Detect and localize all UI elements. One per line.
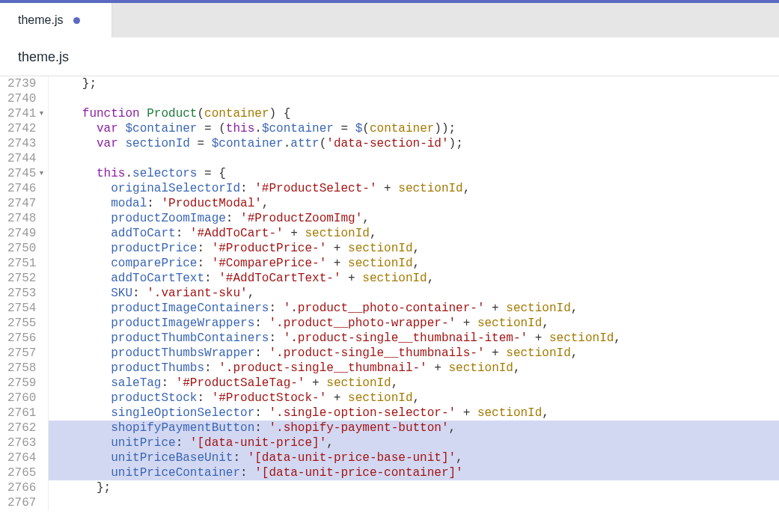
line-number: 2752 [7, 271, 45, 286]
line-number: 2756 [7, 331, 45, 346]
code-line[interactable]: comparePrice: '#ComparePrice-' + section… [49, 256, 779, 271]
line-number: 2758 [7, 361, 45, 376]
line-number-gutter: 273927402741▼2742274327442745▼2746274727… [0, 76, 49, 510]
code-content[interactable]: }; function Product(container) { var $co… [49, 76, 779, 510]
fold-marker-icon[interactable]: ▼ [37, 106, 45, 121]
code-line[interactable]: shopifyPaymentButton: '.shopify-payment-… [49, 421, 779, 435]
line-number: 2764 [7, 450, 45, 465]
code-line[interactable]: productThumbs: '.product-single__thumbna… [49, 361, 779, 376]
line-number: 2742 [7, 121, 45, 136]
line-number: 2750 [7, 241, 45, 256]
line-number: 2767 [7, 495, 45, 510]
code-line[interactable]: productImageWrappers: '.product__photo-w… [49, 316, 779, 331]
tab-bar: theme.js [0, 3, 779, 37]
file-path-bar: theme.js [0, 37, 779, 76]
line-number: 2754 [7, 301, 45, 316]
line-number: 2757 [7, 346, 45, 361]
line-number: 2746 [7, 181, 45, 196]
fold-marker-icon[interactable]: ▼ [37, 166, 45, 181]
line-number: 2755 [7, 316, 45, 331]
code-line[interactable]: unitPriceBaseUnit: '[data-unit-price-bas… [49, 450, 779, 465]
tab-label: theme.js [18, 13, 63, 27]
line-number: 2739 [7, 76, 45, 91]
code-line[interactable]: productStock: '#ProductStock-' + section… [49, 391, 779, 406]
code-line[interactable]: this.selectors = { [49, 166, 779, 181]
line-number: 2763 [7, 435, 45, 450]
code-editor[interactable]: 273927402741▼2742274327442745▼2746274727… [0, 76, 779, 510]
code-line[interactable]: productThumbsWrapper: '.product-single__… [49, 346, 779, 361]
code-line[interactable]: saleTag: '#ProductSaleTag-' + sectionId, [49, 376, 779, 391]
code-line[interactable]: unitPrice: '[data-unit-price]', [49, 435, 779, 450]
code-line[interactable]: productThumbContainers: '.product-single… [49, 331, 779, 346]
line-number: 2760 [7, 391, 45, 406]
line-number: 2761 [7, 406, 45, 421]
code-line[interactable]: SKU: '.variant-sku', [49, 286, 779, 301]
code-line[interactable]: originalSelectorId: '#ProductSelect-' + … [49, 181, 779, 196]
line-number: 2766 [7, 480, 45, 495]
code-line[interactable]: var $container = (this.$container = $(co… [49, 121, 779, 136]
tab-theme-js[interactable]: theme.js [0, 3, 112, 37]
line-number: 2745▼ [7, 166, 45, 181]
code-line[interactable]: unitPriceContainer: '[data-unit-price-co… [49, 465, 779, 480]
line-number: 2765 [7, 465, 45, 480]
line-number: 2751 [7, 256, 45, 271]
code-line[interactable]: addToCartText: '#AddToCartText-' + secti… [49, 271, 779, 286]
code-line[interactable]: }; [49, 76, 779, 91]
file-path-text: theme.js [18, 49, 69, 64]
code-line[interactable] [49, 151, 779, 166]
line-number: 2743 [7, 136, 45, 151]
code-line[interactable] [49, 91, 779, 106]
line-number: 2748 [7, 211, 45, 226]
line-number: 2759 [7, 376, 45, 391]
code-line[interactable]: modal: 'ProductModal', [49, 196, 779, 211]
line-number: 2740 [7, 91, 45, 106]
code-line[interactable]: }; [49, 480, 779, 495]
code-line[interactable]: addToCart: '#AddToCart-' + sectionId, [49, 226, 779, 241]
code-line[interactable]: function Product(container) { [49, 106, 779, 121]
line-number: 2762 [7, 421, 45, 435]
code-line[interactable] [49, 495, 779, 510]
code-line[interactable]: singleOptionSelector: '.single-option-se… [49, 406, 779, 421]
code-line[interactable]: productZoomImage: '#ProductZoomImg', [49, 211, 779, 226]
line-number: 2747 [7, 196, 45, 211]
line-number: 2741▼ [7, 106, 45, 121]
line-number: 2753 [7, 286, 45, 301]
unsaved-dot-icon [73, 17, 80, 24]
code-line[interactable]: productPrice: '#ProductPrice-' + section… [49, 241, 779, 256]
code-line[interactable]: var sectionId = $container.attr('data-se… [49, 136, 779, 151]
line-number: 2749 [7, 226, 45, 241]
code-line[interactable]: productImageContainers: '.product__photo… [49, 301, 779, 316]
line-number: 2744 [7, 151, 45, 166]
